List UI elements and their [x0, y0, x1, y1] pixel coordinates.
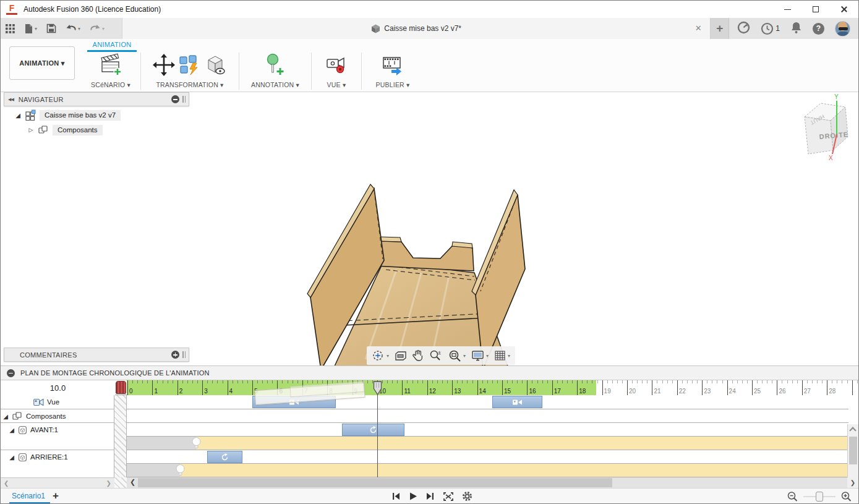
timeline-header[interactable]: PLAN DE MONTAGE CHRONOLOGIQUE DE L'ANIMA…	[1, 366, 858, 380]
timeline-zoom-slider[interactable]	[803, 496, 835, 497]
scroll-right-icon[interactable]: ❯	[847, 477, 858, 488]
timeline-scroll-thumb[interactable]	[138, 478, 612, 487]
undo-button[interactable]: ▾	[66, 24, 80, 33]
row-composants[interactable]	[127, 409, 848, 423]
view-keyframe-bar[interactable]	[252, 396, 336, 408]
scenario-tab[interactable]: Scénario1	[9, 490, 48, 502]
tree-composants-label[interactable]: Composants	[53, 125, 103, 135]
orbit-icon[interactable]: ▾	[372, 349, 389, 362]
panel-transformation[interactable]: TRANSFORMATION ▾	[147, 51, 233, 91]
document-tab[interactable]: Caisse mise bas v2 v7* ✕	[122, 18, 711, 39]
minimize-button[interactable]	[773, 1, 801, 18]
scroll-left-icon[interactable]: ❮	[130, 478, 135, 486]
panel-annotation[interactable]: ANNOTATION ▾	[246, 51, 305, 91]
row-vue[interactable]	[127, 395, 848, 409]
collapse-panel-icon[interactable]: ◀◀	[8, 97, 14, 102]
user-avatar[interactable]	[835, 21, 850, 36]
3d-model-caisse[interactable]	[297, 180, 557, 372]
navigator-panel-header[interactable]: ◀◀ NAVIGATEUR	[4, 92, 189, 106]
close-button[interactable]	[830, 1, 858, 18]
fit-icon[interactable]: ▾	[448, 349, 466, 362]
playhead-line[interactable]	[377, 395, 378, 477]
help-icon[interactable]: ?	[813, 23, 824, 35]
look-at-icon[interactable]	[395, 350, 407, 361]
vertical-scroll-thumb[interactable]	[849, 437, 857, 464]
job-status-icon[interactable]: 1	[761, 22, 780, 35]
visibility-bulb-icon[interactable]	[191, 437, 202, 452]
move-icon[interactable]	[153, 54, 175, 76]
play-icon[interactable]	[409, 492, 417, 501]
expanded-arrow-icon[interactable]: ◢	[9, 454, 15, 461]
redo-button[interactable]: ▾	[90, 24, 105, 33]
panel-scenario[interactable]: SCéNARIO ▾	[87, 51, 134, 91]
grid-icon[interactable]: ▾	[494, 349, 510, 362]
zoom-icon[interactable]: ±	[429, 349, 443, 362]
panel-vue[interactable]: VUE ▾	[318, 51, 355, 91]
panel-grip-icon[interactable]	[182, 96, 186, 103]
visibility-bulb-icon[interactable]	[175, 464, 186, 479]
workspace-selector-button[interactable]: ANIMATION ▾	[9, 46, 75, 80]
time-ruler[interactable]: 0123456789101112131415161718192021222324…	[127, 380, 858, 395]
track-label-vue[interactable]: Vue	[1, 395, 114, 409]
ribbon-tab-animation[interactable]: ANIMATION	[87, 41, 137, 52]
playhead-handle[interactable]	[373, 381, 382, 395]
timeline-zoom-in-icon[interactable]	[840, 491, 852, 502]
timeline-scrollbar[interactable]: ❮	[127, 477, 848, 488]
panel-publier[interactable]: PUBLIER ▾	[368, 51, 417, 91]
publish-video-icon[interactable]	[380, 54, 405, 76]
expand-panel-icon[interactable]	[171, 351, 179, 359]
new-document-tab-button[interactable]: +	[711, 18, 729, 39]
pan-icon[interactable]	[412, 349, 424, 362]
timeline-zoom-out-icon[interactable]	[787, 491, 798, 502]
redo-caret-icon[interactable]: ▾	[102, 26, 105, 32]
comments-panel-header[interactable]: COMMENTAIRES	[4, 348, 189, 362]
save-button[interactable]	[46, 23, 56, 33]
callout-pin-icon[interactable]	[265, 53, 286, 77]
label-panel-scrollbar[interactable]: ❮❯	[1, 477, 114, 488]
file-menu-button[interactable]: ▾	[24, 23, 37, 34]
row-arriere-visibility[interactable]	[127, 464, 848, 477]
zoom-slider-handle[interactable]	[816, 492, 823, 502]
document-tab-close-icon[interactable]: ✕	[693, 22, 704, 33]
undo-caret-icon[interactable]: ▾	[78, 26, 80, 32]
row-avant-action[interactable]	[127, 423, 848, 437]
collapsed-arrow-icon[interactable]: ▷	[27, 127, 35, 133]
app-grid-icon[interactable]	[6, 24, 15, 33]
add-scenario-button[interactable]: +	[53, 490, 59, 502]
maximize-button[interactable]	[801, 1, 830, 18]
track-label-avant[interactable]: ◢ AVANT:1	[1, 423, 114, 450]
avant-action-bar[interactable]	[342, 424, 404, 436]
track-label-arriere[interactable]: ◢ ARRIERE:1	[1, 450, 114, 477]
expanded-arrow-icon[interactable]: ◢	[2, 413, 9, 420]
collapse-timeline-icon[interactable]	[7, 369, 15, 377]
file-menu-caret-icon[interactable]: ▾	[35, 26, 37, 32]
restore-home-icon[interactable]	[203, 54, 227, 75]
go-to-start-icon[interactable]	[391, 492, 401, 501]
fit-view-icon[interactable]	[443, 492, 454, 502]
expanded-arrow-icon[interactable]: ◢	[9, 427, 15, 434]
extensions-icon[interactable]	[737, 21, 750, 36]
axis-y-label: Y	[834, 93, 839, 100]
storyboard-clapper-icon[interactable]	[98, 53, 123, 77]
scroll-up-icon[interactable]	[849, 427, 856, 434]
panel-grip-icon[interactable]	[182, 351, 186, 358]
minimize-panel-icon[interactable]	[171, 95, 179, 103]
components-flash-icon[interactable]	[178, 54, 200, 76]
notifications-bell-icon[interactable]	[790, 21, 802, 36]
scratch-zone-marker[interactable]	[116, 381, 126, 394]
expanded-arrow-icon[interactable]: ◢	[14, 112, 22, 119]
display-settings-icon[interactable]: ▾	[471, 349, 489, 362]
tree-root-label[interactable]: Caisse mise bas v2 v7	[40, 110, 121, 121]
viewport-canvas[interactable]: ◀◀ NAVIGATEUR ◢ Caisse mise bas v2 v7 ▷ …	[1, 92, 858, 365]
track-rows[interactable]	[127, 395, 848, 477]
settings-gear-icon[interactable]	[462, 491, 472, 502]
tree-row-root[interactable]: ◢ Caisse mise bas v2 v7	[4, 108, 189, 122]
go-to-end-icon[interactable]	[425, 492, 435, 501]
viewcube[interactable]: DROITE HAUT Y X	[796, 93, 859, 163]
arriere-action-bar[interactable]	[207, 451, 242, 463]
camera-record-icon[interactable]	[325, 54, 348, 75]
tree-row-composants[interactable]: ▷ Composants	[4, 122, 189, 137]
row-avant-visibility[interactable]	[127, 437, 848, 450]
track-label-composants[interactable]: ◢ Composants	[1, 409, 114, 423]
view-keyframe-bar[interactable]	[492, 396, 542, 408]
